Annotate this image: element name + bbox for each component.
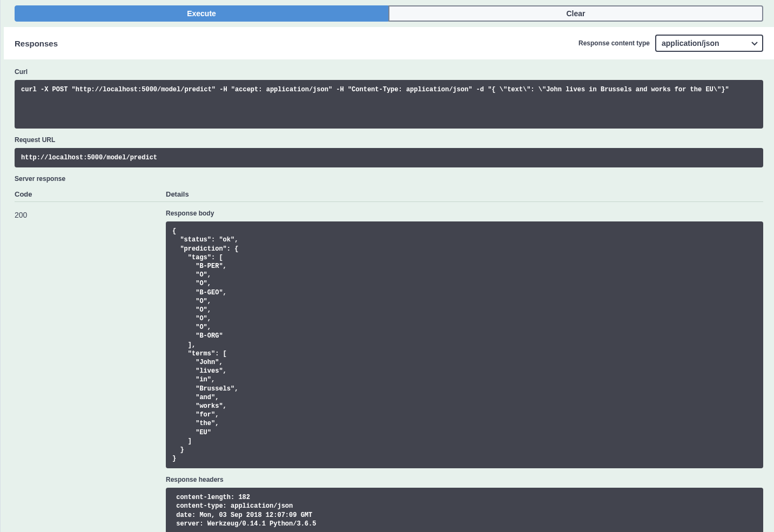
response-row: 200 Response body { "status": "ok", "pre… — [15, 210, 763, 532]
execute-button[interactable]: Execute — [15, 5, 388, 22]
response-details: Response body { "status": "ok", "predict… — [166, 210, 763, 532]
responses-header: Responses Response content type applicat… — [4, 27, 774, 59]
request-url-section: Request URL http://localhost:5000/model/… — [4, 136, 774, 175]
swagger-operation-panel: Execute Clear Responses Response content… — [0, 0, 774, 532]
clear-button[interactable]: Clear — [388, 5, 763, 22]
response-headers-block: Response headers content-length: 182 con… — [166, 476, 763, 532]
request-url-label: Request URL — [15, 136, 763, 144]
responses-title: Responses — [15, 39, 58, 48]
code-column-header: Code — [15, 190, 166, 198]
response-body-block: Response body { "status": "ok", "predict… — [166, 210, 763, 468]
response-body[interactable]: { "status": "ok", "prediction": { "tags"… — [166, 221, 763, 468]
server-response-label: Server response — [15, 175, 763, 183]
response-headers-label: Response headers — [166, 476, 763, 483]
server-response-section: Server response Code Details 200 Respons… — [4, 175, 774, 532]
response-table-header: Code Details — [15, 187, 763, 202]
request-url-value[interactable]: http://localhost:5000/model/predict — [15, 148, 763, 167]
content-type-wrap: Response content type application/json — [578, 35, 763, 52]
curl-label: Curl — [15, 68, 763, 76]
action-button-row: Execute Clear — [4, 5, 774, 27]
curl-section: Curl curl -X POST "http://localhost:5000… — [4, 68, 774, 136]
content-type-select[interactable]: application/json — [655, 35, 763, 52]
curl-command[interactable]: curl -X POST "http://localhost:5000/mode… — [15, 80, 763, 129]
content-type-label: Response content type — [578, 39, 650, 47]
details-column-header: Details — [166, 190, 763, 198]
response-headers[interactable]: content-length: 182 content-type: applic… — [166, 488, 763, 532]
response-body-label: Response body — [166, 210, 763, 217]
response-code: 200 — [15, 210, 166, 532]
content-type-select-wrap: application/json — [655, 35, 763, 52]
